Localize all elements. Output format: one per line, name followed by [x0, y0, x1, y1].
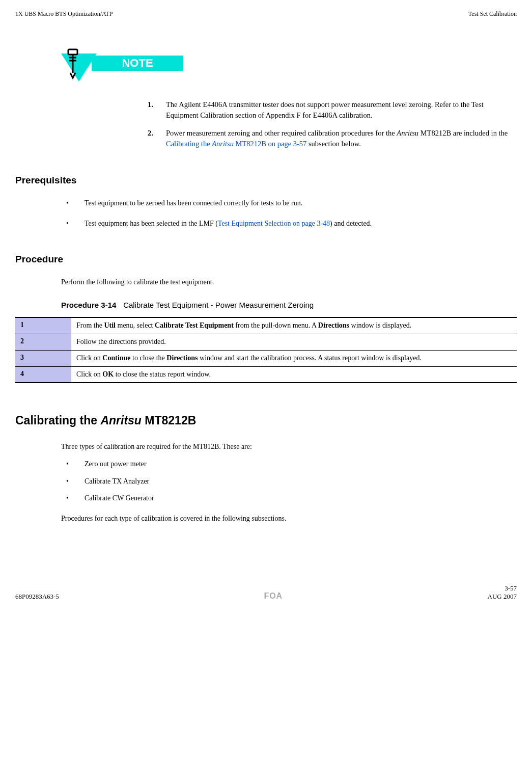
note-icon: NOTE [61, 48, 183, 84]
note-item-2: 2. Power measurement zeroing and other r… [148, 128, 517, 149]
table-row: 3 Click on Continue to close the Directi… [15, 350, 517, 366]
footer-date: AUG 2007 [488, 593, 517, 601]
prereq-item-1: Test equipment to be zeroed has been con… [66, 198, 517, 208]
step-number: 2 [15, 334, 71, 350]
cal-item-1: Zero out power meter [66, 459, 517, 469]
table-row: 1 From the Util menu, select Calibrate T… [15, 317, 517, 334]
heading-calibrating-anritsu: Calibrating the Anritsu MT8212B [15, 414, 517, 427]
footer-page: 3-57 [488, 584, 517, 593]
header-left: 1X UBS Macro BTS Optimization/ATP [15, 10, 113, 18]
table-row: 2 Follow the directions provided. [15, 334, 517, 350]
note-block: NOTE 1. The Agilent E4406A transmitter t… [61, 48, 517, 149]
note-text: The Agilent E4406A transmitter tester do… [166, 99, 517, 121]
step-desc: From the Util menu, select Calibrate Tes… [71, 317, 517, 334]
svg-marker-0 [61, 53, 97, 82]
cal-item-2: Calibrate TX Analyzer [66, 476, 517, 487]
link-calibrating-anritsu[interactable]: Calibrating the Anritsu MT8212B on page … [166, 140, 306, 148]
procedure-intro: Perform the following to calibrate the t… [61, 277, 517, 287]
heading-procedure: Procedure [15, 254, 517, 265]
step-desc: Follow the directions provided. [71, 334, 517, 350]
note-number: 1. [148, 99, 166, 121]
note-item-1: 1. The Agilent E4406A transmitter tester… [148, 99, 517, 121]
prereq-item-2: Test equipment has been selected in the … [66, 219, 517, 229]
table-row: 4 Click on OK to close the status report… [15, 366, 517, 383]
header-right: Test Set Calibration [468, 10, 517, 18]
step-desc: Click on Continue to close the Direction… [71, 350, 517, 366]
svg-rect-2 [68, 49, 77, 55]
step-number: 1 [15, 317, 71, 334]
link-test-equipment-selection[interactable]: Test Equipment Selection on page 3-48 [218, 220, 330, 227]
procedure-label: Procedure 3-14 [61, 301, 116, 309]
heading-prerequisites: Prerequisites [15, 175, 517, 186]
procedure-table: 1 From the Util menu, select Calibrate T… [15, 317, 517, 384]
footer-left: 68P09283A63-5 [15, 593, 59, 601]
footer-center: FOA [59, 592, 488, 601]
step-number: 4 [15, 366, 71, 383]
note-number: 2. [148, 128, 166, 149]
note-text: Power measurement zeroing and other requ… [166, 128, 517, 149]
note-label: NOTE [122, 57, 153, 69]
procedure-title: Calibrate Test Equipment - Power Measure… [123, 301, 314, 309]
calibrating-outro: Procedures for each type of calibration … [61, 514, 517, 524]
cal-item-3: Calibrate CW Generator [66, 493, 517, 503]
calibrating-intro: Three types of calibration are required … [61, 442, 517, 452]
step-desc: Click on OK to close the status report w… [71, 366, 517, 383]
step-number: 3 [15, 350, 71, 366]
